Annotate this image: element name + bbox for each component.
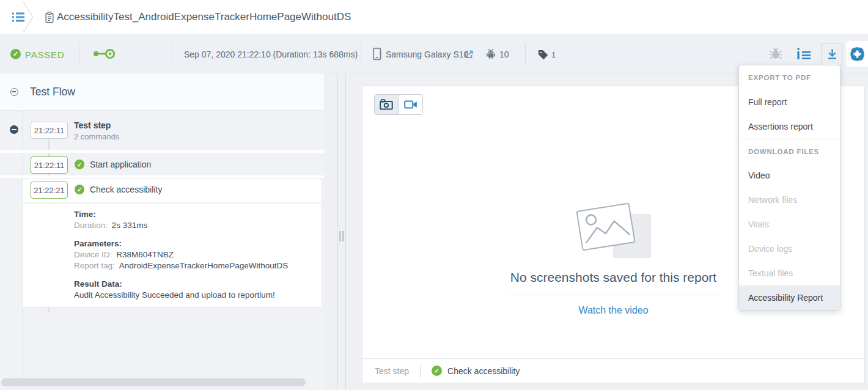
lifebuoy-icon xyxy=(849,46,866,62)
divider xyxy=(420,364,421,378)
duration-value: 2s 331ms xyxy=(112,221,148,230)
details-parameters-header: Parameters: xyxy=(74,239,122,248)
test-flow-panel: Test Flow 21:22:11 Test step 2 commands … xyxy=(0,73,324,390)
external-link-icon[interactable] xyxy=(465,50,473,59)
os-version: 10 xyxy=(499,50,509,59)
footer-command-label: Check accessibility xyxy=(447,366,520,376)
screenshots-footer: Test step ✓ Check accessibility xyxy=(362,358,864,383)
test-flow-header: Test Flow xyxy=(0,73,324,111)
image-placeholder-front xyxy=(576,203,635,251)
device-id-value: R38M604TNBZ xyxy=(116,250,174,259)
screenshots-tab[interactable] xyxy=(375,95,399,114)
splitter-grip[interactable] xyxy=(339,231,341,241)
collapse-step-icon[interactable] xyxy=(10,125,18,134)
command-row[interactable]: Check accessibility xyxy=(90,185,162,194)
breadcrumb-chevron-icon xyxy=(22,1,35,33)
horizontal-scrollbar[interactable] xyxy=(1,378,306,386)
details-time-header: Time: xyxy=(74,210,96,219)
command-time-chip: 21:22:21 xyxy=(31,182,68,199)
details-result-header: Result Data: xyxy=(74,279,122,289)
report-tag-label: Report tag: xyxy=(74,261,115,270)
divider xyxy=(79,43,79,65)
divider xyxy=(0,150,324,153)
step-time-chip: 21:22:11 xyxy=(31,122,68,139)
footer-success-icon: ✓ xyxy=(432,366,442,376)
top-bar: AccessibilityTest_AndroidExpenseTrackerH… xyxy=(0,0,868,34)
collapse-all-icon[interactable] xyxy=(10,88,18,96)
panel-splitter[interactable] xyxy=(337,73,338,390)
media-toggle-group xyxy=(374,94,423,115)
step-title: Test step xyxy=(74,120,111,130)
test-datetime: Sep 07, 2020 21:22:10 (Duration: 13s 688… xyxy=(184,50,358,59)
menu-section-download: DOWNLOAD FILES xyxy=(739,139,840,163)
menu-item-vitals: Vitals xyxy=(739,212,840,237)
download-button[interactable] xyxy=(822,43,842,65)
menu-item-device-logs: Device logs xyxy=(739,237,840,261)
help-button[interactable] xyxy=(846,41,868,67)
command-time-chip: 21:22:11 xyxy=(31,156,68,174)
camera-icon xyxy=(380,99,393,110)
footer-step-label: Test step xyxy=(375,366,409,376)
android-icon xyxy=(485,48,496,59)
command-row[interactable]: Start application xyxy=(90,160,151,169)
download-icon xyxy=(826,48,838,60)
details-duration: Duration:2s 331ms xyxy=(74,221,147,230)
menu-item-textual-files: Textual files xyxy=(739,261,840,285)
test-info-icon[interactable] xyxy=(796,48,811,59)
divider xyxy=(172,43,172,65)
tag-icon xyxy=(538,50,548,60)
divider xyxy=(509,295,719,295)
details-result-value: Audit Accessibility Succeeded and upload… xyxy=(74,290,275,300)
duration-label: Duration: xyxy=(74,221,108,230)
menu-item-video[interactable]: Video xyxy=(739,163,840,188)
video-tab[interactable] xyxy=(399,95,422,114)
document-icon xyxy=(45,12,54,23)
menu-item-assertions-report[interactable]: Assertions report xyxy=(739,114,840,139)
step-command-count: 2 commands xyxy=(74,132,119,141)
divider xyxy=(525,43,526,65)
menu-item-network-files: Network files xyxy=(739,188,840,212)
menu-item-accessibility-report[interactable]: Accessibility Report xyxy=(739,285,840,310)
test-flow-toggle-icon[interactable] xyxy=(92,48,117,60)
report-tag-value: AndroidExpenseTrackerHomePageWithoutDS xyxy=(119,261,288,270)
menu-section-export: EXPORT TO PDF xyxy=(739,65,840,90)
device-name: Samsung Galaxy S10 xyxy=(386,50,468,59)
splitter-grip[interactable] xyxy=(342,231,344,241)
device-id-label: Device ID: xyxy=(74,250,112,259)
tag-count: 1 xyxy=(551,50,556,59)
menu-item-full-report[interactable]: Full report xyxy=(739,90,840,114)
command-success-icon: ✓ xyxy=(75,185,84,194)
toolbar: ✓ PASSED Sep 07, 2020 21:22:10 (Duration… xyxy=(0,35,868,73)
no-screenshots-icon xyxy=(573,204,655,260)
download-menu: EXPORT TO PDF Full report Assertions rep… xyxy=(738,65,840,311)
phone-icon xyxy=(373,48,381,61)
command-success-icon: ✓ xyxy=(75,160,84,169)
page-title: AccessibilityTest_AndroidExpenseTrackerH… xyxy=(57,0,351,34)
status-badge: PASSED xyxy=(25,50,65,60)
divider xyxy=(361,43,361,65)
details-device-id: Device ID:R38M604TNBZ xyxy=(74,250,174,259)
details-report-tag: Report tag:AndroidExpenseTrackerHomePage… xyxy=(74,261,288,270)
bug-icon xyxy=(769,47,782,60)
video-camera-icon xyxy=(404,100,417,109)
status-check-icon: ✓ xyxy=(10,49,21,59)
test-flow-title: Test Flow xyxy=(30,73,75,111)
panel-splitter[interactable] xyxy=(345,73,346,390)
